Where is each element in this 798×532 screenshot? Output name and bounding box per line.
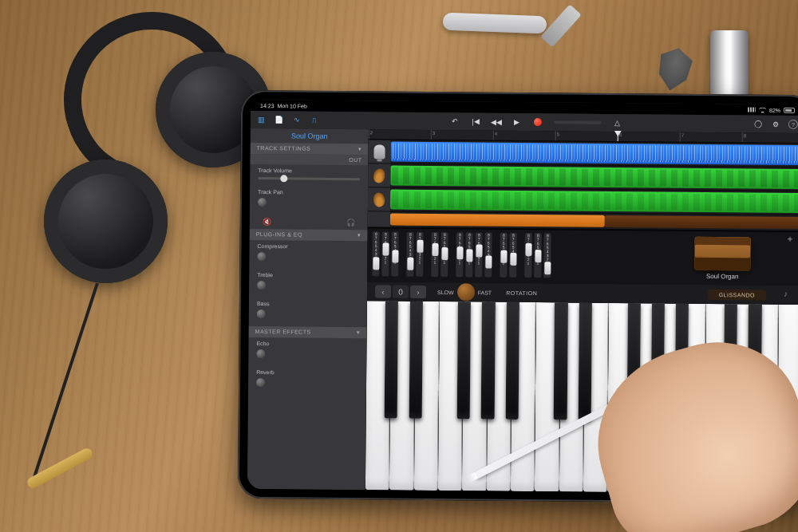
drawbar[interactable]: 87654321 — [440, 232, 448, 277]
drawbar[interactable]: 87654321 — [465, 232, 472, 277]
my-songs-button[interactable]: ▥ — [257, 115, 267, 124]
drawbar[interactable]: 87654321 — [391, 232, 398, 277]
drawbar[interactable]: 87654321 — [484, 233, 492, 278]
battery-percent: 82% — [769, 107, 780, 112]
track-settings-sidebar: Soul Organ TRACK SETTINGS▾ OUT Track Vol… — [247, 128, 369, 490]
section-output[interactable]: OUT — [250, 154, 368, 165]
help-button[interactable]: ? — [788, 120, 798, 129]
record-button[interactable] — [533, 117, 543, 127]
organ-icon — [694, 236, 750, 270]
master-volume-slider[interactable] — [554, 120, 602, 124]
section-master-effects[interactable]: MASTER EFFECTS▾ — [249, 326, 367, 338]
mute-button[interactable]: 🔇 — [263, 218, 271, 226]
solo-button[interactable]: 🎧 — [346, 219, 355, 227]
midi-clip[interactable] — [390, 166, 798, 190]
white-key[interactable] — [414, 301, 440, 491]
add-track-button[interactable]: + — [788, 234, 798, 246]
guitar-pick-prop — [652, 45, 697, 94]
white-key[interactable] — [511, 302, 536, 491]
section-track-settings[interactable]: TRACK SETTINGS▾ — [251, 143, 369, 155]
white-key[interactable] — [462, 301, 488, 491]
track-pan-row[interactable]: Track Pan — [250, 186, 368, 215]
compressor-row[interactable]: Compressor — [249, 240, 367, 270]
signal-icon — [748, 107, 756, 112]
track-volume-slider[interactable] — [258, 177, 360, 180]
drawbars: 8765432187654321876543218765432187654321… — [367, 228, 556, 283]
drawbar[interactable]: 87654321 — [524, 233, 531, 278]
audio-clip[interactable] — [390, 142, 798, 166]
sidebar-instrument-title[interactable]: Soul Organ — [251, 128, 369, 144]
mixer-button[interactable]: ⎍ — [310, 116, 319, 125]
drawbar[interactable]: 87654321 — [416, 232, 423, 277]
track-controls-button[interactable]: ∿ — [292, 115, 302, 124]
octave-value: 0 — [393, 286, 409, 298]
echo-dial[interactable] — [256, 349, 265, 358]
white-key[interactable] — [365, 301, 391, 490]
drawbar[interactable]: 87654321 — [431, 232, 438, 277]
drawbar[interactable]: 87654321 — [543, 233, 551, 278]
track-pan-dial[interactable] — [258, 198, 267, 207]
play-button[interactable]: ▶ — [512, 117, 522, 127]
adapter-plug-prop — [443, 13, 547, 34]
drawbar[interactable]: 87654321 — [372, 231, 379, 276]
reverb-row[interactable]: Reverb — [248, 366, 366, 396]
track-volume-label: Track Volume — [258, 167, 360, 174]
metronome-button[interactable]: △ — [613, 118, 622, 128]
browser-button[interactable]: 📄 — [275, 115, 284, 124]
glissando-button[interactable]: GLISSANDO — [708, 289, 766, 300]
drawbar[interactable]: 87654321 — [509, 233, 516, 278]
instrument-preview-label: Soul Organ — [706, 272, 739, 279]
rotation-knob[interactable] — [457, 283, 475, 301]
bass-row[interactable]: Bass — [249, 298, 367, 327]
drawbar[interactable]: 87654321 — [456, 232, 463, 277]
region-b[interactable] — [605, 215, 798, 229]
drawbar[interactable]: 87654321 — [475, 232, 482, 277]
rotation-label: ROTATION — [506, 290, 537, 295]
go-to-start-button[interactable]: |◀ — [471, 116, 480, 126]
rotation-fast-label: FAST — [478, 290, 492, 295]
status-time-date: 14:23 Mon 10 Feb — [260, 103, 307, 109]
rotation-control: SLOW FAST — [437, 283, 492, 301]
sustain-icon[interactable]: ♪ — [784, 290, 795, 301]
drawbar[interactable]: 87654321 — [406, 232, 413, 277]
octave-down-button[interactable]: ‹ — [375, 285, 391, 298]
loop-browser-button[interactable]: ◯ — [753, 119, 763, 128]
instrument-strip: + 87654321876543218765432187654321876543… — [367, 227, 798, 286]
tracks-area — [368, 140, 798, 231]
drawbar[interactable]: 87654321 — [381, 231, 389, 276]
reverb-dial[interactable] — [256, 378, 265, 387]
octave-switch: ‹ 0 › — [375, 285, 426, 298]
battery-icon — [784, 107, 795, 112]
white-key[interactable] — [389, 301, 415, 491]
octave-up-button[interactable]: › — [410, 286, 426, 298]
undo-button[interactable]: ↶ — [450, 116, 460, 126]
track-volume-row[interactable]: Track Volume — [250, 164, 368, 187]
region-a[interactable] — [390, 214, 605, 227]
wifi-icon — [759, 107, 766, 112]
white-key[interactable] — [535, 302, 560, 491]
drawbar[interactable]: 87654321 — [500, 233, 507, 278]
white-key[interactable] — [438, 301, 464, 491]
settings-button[interactable]: ⚙ — [771, 120, 780, 129]
drawbar[interactable]: 87654321 — [534, 233, 541, 278]
treble-dial[interactable] — [257, 281, 266, 290]
track-3-midi[interactable] — [368, 187, 798, 215]
compressor-dial[interactable] — [257, 252, 266, 261]
rotation-slow-label: SLOW — [437, 290, 454, 295]
section-plugins-eq[interactable]: PLUG-INS & EQ▾ — [250, 229, 368, 241]
white-key[interactable] — [559, 302, 584, 491]
track-1-audio[interactable] — [368, 140, 798, 167]
echo-row[interactable]: Echo — [248, 337, 366, 367]
treble-row[interactable]: Treble — [249, 269, 367, 298]
instrument-preview[interactable]: Soul Organ — [651, 231, 798, 286]
track-pan-label: Track Pan — [258, 189, 360, 195]
track-2-midi[interactable] — [368, 164, 798, 191]
record-icon — [534, 118, 542, 126]
rewind-button[interactable]: ◀◀ — [492, 117, 501, 127]
bass-dial[interactable] — [257, 309, 266, 318]
acoustic-guitar-icon — [373, 191, 385, 207]
guitar-icon — [373, 167, 387, 184]
microphone-icon — [374, 144, 385, 159]
midi-clip[interactable] — [390, 190, 798, 214]
